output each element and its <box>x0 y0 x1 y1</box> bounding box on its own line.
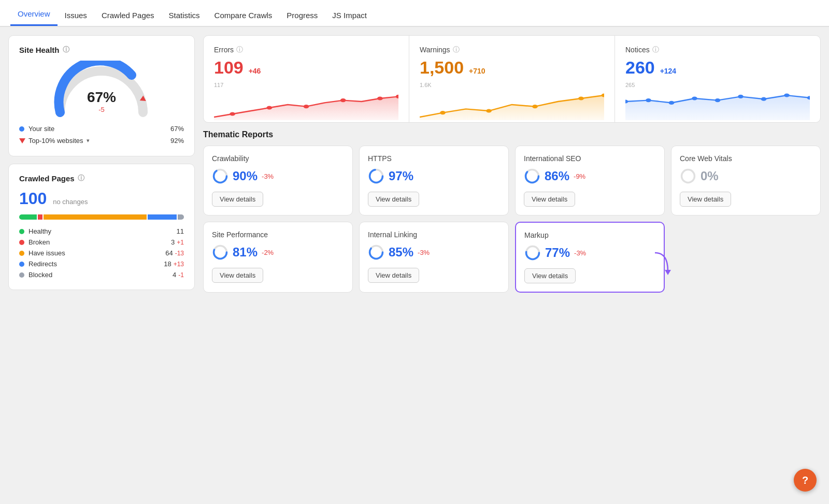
report-card: International SEO 86% -9% View details <box>515 146 665 215</box>
svg-point-17 <box>738 95 744 98</box>
notices-label-text: Notices <box>625 46 650 54</box>
svg-point-14 <box>669 101 675 105</box>
report-score: 90% <box>233 169 258 183</box>
stat-label: Redirects <box>28 260 57 268</box>
site-health-label: Site Health <box>19 46 60 54</box>
notices-change-value: +124 <box>660 67 677 75</box>
stat-left: Healthy <box>19 227 51 235</box>
stat-label: Have issues <box>28 249 65 257</box>
notices-chart-top: 265 <box>625 82 635 88</box>
svg-point-13 <box>646 98 651 102</box>
notices-card: Notices ⓘ 260 +124 265 <box>615 36 820 122</box>
report-score: 86% <box>545 169 569 183</box>
report-score-row: 90% -3% <box>212 168 344 184</box>
reports-row-1: Crawlability 90% -3% View details HTTPS … <box>203 146 821 215</box>
report-change: -2% <box>262 249 274 256</box>
stat-row: Redirects 18+13 <box>19 258 184 269</box>
stat-change: -1 <box>178 271 184 279</box>
thematic-reports-title: Thematic Reports <box>203 130 821 139</box>
view-details-button[interactable]: View details <box>212 192 263 207</box>
your-site-row: Your site 67% <box>19 123 184 135</box>
warnings-change-value: +710 <box>469 67 485 75</box>
stat-left: Broken <box>19 238 50 246</box>
crawled-count-row: 100 no changes <box>19 189 184 208</box>
view-details-button[interactable]: View details <box>524 268 576 283</box>
notices-chart-svg <box>625 89 810 120</box>
your-site-dot <box>19 126 24 132</box>
stat-value: 3+1 <box>171 238 184 246</box>
warnings-chart: 1.6K <box>420 82 604 113</box>
view-details-button[interactable]: View details <box>368 192 419 207</box>
top10-row: Top-10% websites ▾ 92% <box>19 135 184 147</box>
report-change: -3% <box>418 249 430 256</box>
reports-row-2: Site Performance 81% -2% View details In… <box>203 222 821 293</box>
svg-point-5 <box>377 96 383 100</box>
report-change: -3% <box>574 249 586 257</box>
warnings-card: Warnings ⓘ 1,500 +710 1.6K <box>409 36 615 122</box>
your-site-value: 67% <box>170 125 184 133</box>
report-name: International SEO <box>524 154 656 163</box>
crawled-pages-card: Crawled Pages ⓘ 100 no changes Healthy 1… <box>8 164 195 290</box>
errors-chart: 117 <box>214 82 398 113</box>
report-card: Markup 77% -3% View details <box>515 222 665 293</box>
stat-row: Blocked 4-1 <box>19 269 184 280</box>
view-details-button[interactable]: View details <box>368 268 419 283</box>
warnings-value-row: 1,500 +710 <box>420 57 604 78</box>
svg-point-18 <box>761 97 767 101</box>
report-score: 97% <box>389 169 413 183</box>
svg-point-8 <box>486 109 492 112</box>
svg-point-15 <box>692 96 697 100</box>
warnings-chart-top: 1.6K <box>420 82 432 88</box>
stat-value: 11 <box>177 227 184 235</box>
stat-row: Broken 3+1 <box>19 237 184 248</box>
stat-dot <box>19 229 24 234</box>
svg-point-9 <box>532 105 538 108</box>
notices-info-icon[interactable]: ⓘ <box>652 45 659 54</box>
report-score-row: 86% -9% <box>524 168 656 184</box>
nav-compare-crawls[interactable]: Compare Crawls <box>207 4 280 26</box>
stat-change: +13 <box>174 261 184 268</box>
warnings-label: Warnings ⓘ <box>420 45 604 54</box>
report-score-row: 81% -2% <box>212 244 344 261</box>
gauge-center: 67% -5 <box>87 89 116 113</box>
view-details-button[interactable]: View details <box>212 268 263 283</box>
donut-ring-svg <box>680 168 696 184</box>
report-score-row: 97% <box>368 168 500 184</box>
crawled-pages-info-icon[interactable]: ⓘ <box>78 174 84 183</box>
errors-info-icon[interactable]: ⓘ <box>236 45 243 54</box>
nav-progress[interactable]: Progress <box>279 4 325 26</box>
report-card: Site Performance 81% -2% View details <box>203 222 353 293</box>
donut-ring-svg <box>524 244 541 261</box>
pb-healthy <box>19 214 37 220</box>
errors-chart-svg <box>214 89 398 120</box>
nav-statistics[interactable]: Statistics <box>162 4 207 26</box>
stat-label: Broken <box>28 238 50 246</box>
donut-ring-svg <box>524 168 540 184</box>
errors-value: 109 <box>214 57 244 77</box>
top10-dropdown-icon[interactable]: ▾ <box>87 137 90 144</box>
site-health-info-icon[interactable]: ⓘ <box>63 45 69 54</box>
nav-crawled-pages[interactable]: Crawled Pages <box>94 4 162 26</box>
stat-change: -13 <box>175 250 184 257</box>
svg-point-10 <box>578 96 584 100</box>
svg-point-3 <box>304 105 309 108</box>
nav-issues[interactable]: Issues <box>58 4 94 26</box>
gauge-container: 67% -5 <box>19 61 184 118</box>
nav-overview[interactable]: Overview <box>10 2 58 26</box>
warnings-info-icon[interactable]: ⓘ <box>453 45 460 54</box>
crawled-stats: Healthy 11 Broken 3+1 Have issues 64-13 … <box>19 226 184 280</box>
stat-dot <box>19 251 24 256</box>
view-details-button[interactable]: View details <box>680 192 731 207</box>
errors-label-text: Errors <box>214 46 234 54</box>
view-details-button[interactable]: View details <box>524 192 575 207</box>
report-name: Internal Linking <box>368 231 500 239</box>
nav-js-impact[interactable]: JS Impact <box>325 4 374 26</box>
svg-point-4 <box>340 98 346 102</box>
warnings-label-text: Warnings <box>420 46 450 54</box>
errors-card: Errors ⓘ 109 +46 117 <box>204 36 409 122</box>
pb-blocked <box>178 214 184 220</box>
errors-change-value: +46 <box>249 67 261 75</box>
report-name: Core Web Vitals <box>680 154 812 163</box>
stat-row: Have issues 64-13 <box>19 248 184 258</box>
report-card: Internal Linking 85% -3% View details <box>359 222 509 293</box>
